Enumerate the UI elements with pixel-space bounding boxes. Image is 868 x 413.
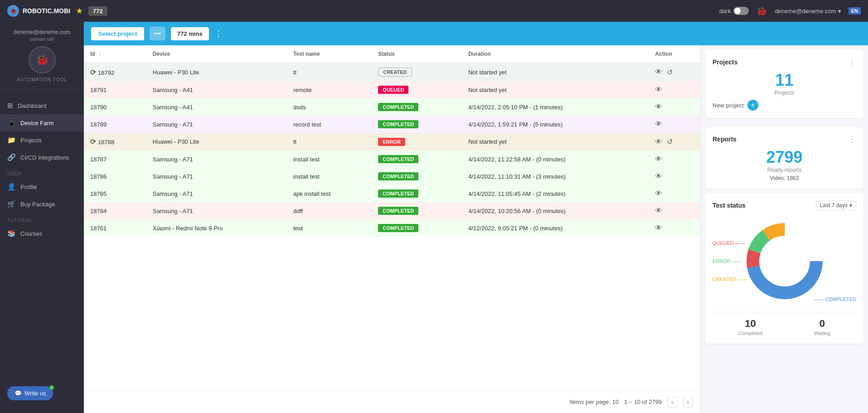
user-email-dropdown[interactable]: deneme@deneme.com ▾ — [775, 8, 841, 15]
completed-label: Completed — [738, 330, 762, 336]
table-row: 18791Samsung - A41remoteQUEUEDNot starte… — [84, 81, 700, 98]
cell-id: 18786 — [84, 168, 146, 185]
reports-card-header: Reports ⋮ — [713, 134, 856, 144]
view-button[interactable]: 👁 — [655, 86, 662, 94]
sidebar-item-profile[interactable]: 👤 Profile — [0, 178, 84, 195]
reports-count: 2799 — [713, 148, 856, 167]
table-row: 18784Samsung - A71ddffCOMPLETED4/14/2022… — [84, 202, 700, 219]
language-badge[interactable]: EN — [849, 7, 861, 15]
reload-button[interactable]: ↺ — [667, 68, 673, 77]
cell-test-name: test — [287, 219, 372, 237]
write-us-button[interactable]: 💬 Write us — [7, 386, 53, 400]
nav-section-label — [0, 90, 84, 97]
dark-mode-toggle[interactable]: dark — [719, 7, 749, 15]
mins-button[interactable]: 772 mins — [171, 27, 209, 40]
view-button[interactable]: 👁 — [655, 172, 662, 180]
avatar: 🐞 — [29, 46, 56, 73]
status-badge: COMPLETED — [378, 189, 418, 198]
table-row: 18789Samsung - A71record testCOMPLETED4/… — [84, 116, 700, 133]
reload-button[interactable]: ↺ — [667, 137, 673, 146]
new-project-row: New project + — [713, 100, 856, 111]
reports-menu-icon[interactable]: ⋮ — [848, 134, 856, 144]
cell-action: 👁 — [649, 168, 700, 185]
sidebar-item-courses[interactable]: 📚 Courses — [0, 225, 84, 242]
view-button[interactable]: 👁 — [655, 138, 662, 146]
new-project-button[interactable]: + — [747, 100, 758, 111]
waiting-label: Waiting — [814, 330, 830, 336]
sidebar-item-buy-package[interactable]: 🛒 Buy Package — [0, 195, 84, 213]
prev-page-button[interactable]: ‹ — [667, 396, 677, 408]
chat-icon: 💬 — [15, 390, 22, 397]
waiting-num: 0 — [814, 318, 830, 330]
sidebar-item-cicd[interactable]: 🔗 CI/CD Integrations — [0, 149, 84, 166]
col-id[interactable]: Id ↓ — [84, 45, 146, 63]
tutorial-section-label: TUTORIAL — [0, 213, 84, 225]
chart-header: Test status Last 7 days ▾ — [713, 200, 856, 210]
table-row: 18785Samsung - A71apk install testCOMPLE… — [84, 185, 700, 202]
sidebar-item-dashboard[interactable]: ⊞ Dashboard — [0, 97, 84, 114]
col-test-name: Test name — [287, 45, 372, 63]
cell-duration: Not started yet — [462, 63, 649, 82]
sidebar-item-label: Profile — [20, 184, 37, 190]
next-page-button[interactable]: › — [683, 396, 693, 408]
items-per-page: Items per page: 10 — [570, 398, 619, 405]
view-button[interactable]: 👁 — [655, 103, 662, 111]
table-row: 18790Samsung - A41dsdsCOMPLETED4/14/2022… — [84, 98, 700, 116]
status-badge: COMPLETED — [378, 172, 418, 180]
app-logo: 🐞 ROBOTIC.MOBI — [7, 5, 70, 17]
action-icons: 👁 — [655, 155, 694, 163]
view-button[interactable]: 👁 — [655, 224, 662, 232]
user-section-label: USER — [0, 166, 84, 178]
app-body: deneme@deneme.com osman raif 🐞 AUTOMATIO… — [0, 22, 868, 413]
chart-footer: 10 Completed 0 Waiting — [713, 312, 856, 336]
projects-icon: 📁 — [7, 136, 16, 144]
toggle-switch[interactable] — [733, 7, 749, 15]
topbar: 🐞 ROBOTIC.MOBI ★ 772 dark 🐞 deneme@denem… — [0, 0, 868, 22]
cell-test-name: record test — [287, 116, 372, 133]
cell-action: 👁 — [649, 185, 700, 202]
cell-test-name: install test — [287, 151, 372, 168]
cell-id: 18761 — [84, 219, 146, 237]
view-button[interactable]: 👁 — [655, 155, 662, 163]
sidebar-item-label: Courses — [20, 230, 42, 237]
chart-filter[interactable]: Last 7 days ▾ — [816, 200, 856, 210]
view-button[interactable]: 👁 — [655, 120, 662, 128]
cell-status: COMPLETED — [372, 219, 462, 237]
projects-menu-icon[interactable]: ⋮ — [848, 57, 856, 67]
table-row: ⟳18792Huawei - P30 LitettCREATEDNot star… — [84, 63, 700, 82]
bug-icon[interactable]: 🐞 — [756, 5, 767, 16]
table-row: 18786Samsung - A71install testCOMPLETED4… — [84, 168, 700, 185]
cell-test-name: remote — [287, 81, 372, 98]
more-button[interactable]: ⋮ — [214, 29, 223, 39]
status-badge: COMPLETED — [378, 120, 418, 128]
cell-device: Samsung - A71 — [146, 116, 287, 133]
table-row: 18761Xiaomi - Redmi Note 9 ProtestCOMPLE… — [84, 219, 700, 237]
sidebar-bottom: 💬 Write us — [0, 381, 84, 406]
view-button[interactable]: 👁 — [655, 68, 662, 76]
sidebar-item-label: Buy Package — [20, 201, 55, 208]
sidebar-item-device-farm[interactable]: 📱 Device Farm — [0, 114, 84, 131]
cell-status: CREATED — [372, 63, 462, 82]
sidebar-item-projects[interactable]: 📁 Projects — [0, 131, 84, 149]
cell-device: Samsung - A71 — [146, 151, 287, 168]
chart-title: Test status — [713, 202, 746, 209]
page-range: 1 – 10 of 2799 — [624, 398, 662, 405]
cell-status: COMPLETED — [372, 116, 462, 133]
view-button[interactable]: 👁 — [655, 189, 662, 198]
cell-duration: 4/14/2022, 11:10:31 AM - (3 minutes) — [462, 168, 649, 185]
view-button[interactable]: 👁 — [655, 207, 662, 215]
action-bar: Select project ••• 772 mins ⋮ — [84, 22, 868, 45]
star-icon[interactable]: ★ — [76, 6, 83, 16]
cell-action: 👁 — [649, 116, 700, 133]
badge-count[interactable]: 772 — [88, 6, 107, 16]
cell-action: 👁 — [649, 219, 700, 237]
cell-status: ERROR — [372, 133, 462, 151]
sidebar-item-label: Device Farm — [20, 120, 54, 126]
cell-id: 18785 — [84, 185, 146, 202]
cell-duration: 4/14/2022, 2:05:10 PM - (1 minutes) — [462, 98, 649, 116]
topbar-right: dark 🐞 deneme@deneme.com ▾ EN — [719, 5, 861, 16]
chart-legend: QUEUED —— ERROR —— CREATED —— — [713, 240, 747, 282]
sidebar-email: deneme@deneme.com — [7, 29, 77, 35]
dots-button[interactable]: ••• — [150, 27, 165, 40]
select-project-button[interactable]: Select project — [91, 27, 144, 40]
